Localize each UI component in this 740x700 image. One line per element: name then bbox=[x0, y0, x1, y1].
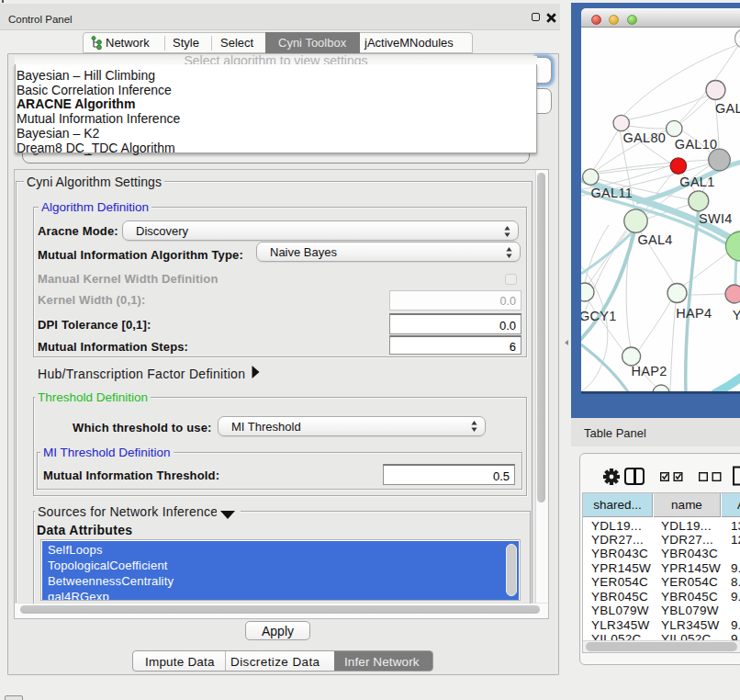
svg-text:GAL1: GAL1 bbox=[679, 175, 714, 189]
svg-text:GAL11: GAL11 bbox=[591, 186, 633, 200]
svg-text:GAL10: GAL10 bbox=[675, 137, 718, 152]
svg-text:HAP4: HAP4 bbox=[676, 306, 712, 321]
svg-text:HAP2: HAP2 bbox=[632, 364, 667, 378]
svg-text:SWI4: SWI4 bbox=[699, 211, 733, 226]
svg-text:GAL80: GAL80 bbox=[623, 130, 667, 145]
svg-text:GAL4: GAL4 bbox=[637, 232, 672, 247]
svg-text:GAL2: GAL2 bbox=[715, 101, 740, 116]
svg-text:YM: YM bbox=[733, 308, 740, 322]
svg-text:GCY1: GCY1 bbox=[581, 309, 617, 323]
